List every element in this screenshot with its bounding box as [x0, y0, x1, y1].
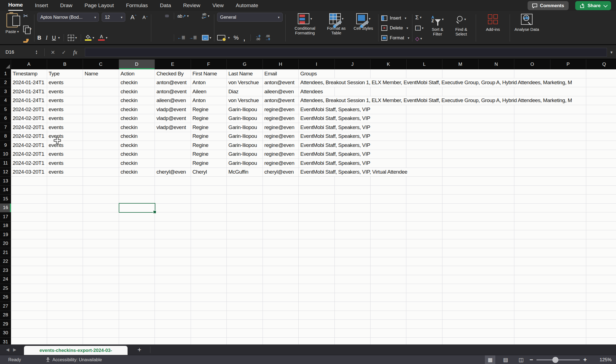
page-layout-view-button[interactable]: ▤ [500, 355, 511, 364]
row-header-11[interactable]: 11 [0, 159, 11, 168]
cell-I23[interactable] [299, 266, 616, 275]
cell-A19[interactable] [11, 230, 47, 239]
cell-B30[interactable] [47, 329, 83, 338]
cell-A27[interactable] [11, 302, 47, 311]
merge-center-button[interactable]: ↔ [202, 35, 209, 40]
cell-G19[interactable] [227, 230, 263, 239]
cell-H13[interactable] [263, 177, 299, 186]
row-header-1[interactable]: 1 [0, 69, 11, 78]
delete-cells-button[interactable]: ✕ Delete ▾ [381, 23, 409, 33]
column-header-E[interactable]: E [155, 59, 191, 69]
cell-C26[interactable] [83, 293, 119, 302]
cell-F12[interactable]: Cheryl [191, 168, 227, 177]
cell-I25[interactable] [299, 284, 616, 293]
cell-H20[interactable] [263, 239, 299, 248]
cell-G27[interactable] [227, 302, 263, 311]
column-header-L[interactable]: L [407, 59, 443, 69]
row-header-15[interactable]: 15 [0, 195, 11, 204]
selected-cell-outline[interactable] [119, 203, 155, 213]
insert-cells-button[interactable]: ← Insert ▾ [381, 13, 409, 23]
cell-D7[interactable]: checkin [119, 123, 155, 132]
menu-formulas[interactable]: Formulas [126, 1, 148, 10]
cell-A21[interactable] [11, 248, 47, 257]
row-header-29[interactable]: 29 [0, 320, 11, 329]
accessibility-status[interactable]: Accessibility: Unavailable [46, 357, 102, 362]
cell-E23[interactable] [155, 266, 191, 275]
cell-B10[interactable]: events [47, 150, 83, 159]
cell-G11[interactable]: Garin-Iliopou [227, 159, 263, 168]
cell-C22[interactable] [83, 257, 119, 266]
column-header-K[interactable]: K [371, 59, 407, 69]
column-header-H[interactable]: H [263, 59, 299, 69]
cell-B19[interactable] [47, 230, 83, 239]
column-header-I[interactable]: I [299, 59, 335, 69]
cell-A2[interactable]: 2024-01-24T1 [11, 78, 47, 87]
cell-B26[interactable] [47, 293, 83, 302]
cell-B4[interactable]: events [47, 96, 83, 105]
cell-G20[interactable] [227, 239, 263, 248]
cell-H6[interactable]: regine@even [263, 114, 299, 123]
confirm-entry-icon[interactable]: ✓ [62, 49, 66, 56]
cell-I29[interactable] [299, 320, 616, 329]
cell-G2[interactable]: von Verschue [227, 78, 263, 87]
cell-B14[interactable] [47, 186, 83, 195]
cell-D19[interactable] [119, 230, 155, 239]
zoom-in-button[interactable]: + [583, 356, 587, 363]
cell-B7[interactable]: events [47, 123, 83, 132]
align-left-button[interactable] [154, 36, 158, 39]
cell-F29[interactable] [191, 320, 227, 329]
column-header-D[interactable]: D [119, 59, 155, 69]
cell-A4[interactable]: 2024-01-24T1 [11, 96, 47, 105]
row-header-18[interactable]: 18 [0, 221, 11, 231]
name-box[interactable]: D16 [0, 50, 35, 55]
cell-H11[interactable]: regine@even [263, 159, 299, 168]
row-header-12[interactable]: 12 [0, 168, 11, 177]
cell-I5[interactable]: EventMobi Staff, Speakers, VIP [299, 105, 616, 114]
cell-D18[interactable] [119, 221, 155, 231]
cell-F9[interactable]: Regine [191, 141, 227, 150]
cell-B21[interactable] [47, 248, 83, 257]
cell-C16[interactable] [83, 204, 119, 213]
cell-C29[interactable] [83, 320, 119, 329]
cell-I24[interactable] [299, 275, 616, 284]
accounting-format-button[interactable] [217, 35, 225, 40]
cell-F2[interactable]: Anton [191, 78, 227, 87]
formula-input[interactable] [85, 48, 607, 57]
row-header-14[interactable]: 14 [0, 186, 11, 195]
cell-E14[interactable] [155, 186, 191, 195]
find-select-button[interactable]: ▾ Find & Select [449, 13, 473, 43]
cell-A5[interactable]: 2024-02-20T1 [11, 105, 47, 114]
cell-C15[interactable] [83, 195, 119, 204]
cell-F22[interactable] [191, 257, 227, 266]
row-header-28[interactable]: 28 [0, 311, 11, 320]
menu-automate[interactable]: Automate [236, 1, 258, 10]
cell-C18[interactable] [83, 221, 119, 231]
cell-A8[interactable]: 2024-02-20T1 [11, 132, 47, 141]
align-bottom-button[interactable] [165, 15, 169, 17]
cell-E27[interactable] [155, 302, 191, 311]
align-middle-button[interactable] [160, 15, 163, 17]
column-header-N[interactable]: N [479, 59, 515, 69]
cell-I13[interactable] [299, 177, 616, 186]
cell-E3[interactable]: anton@event [155, 87, 191, 96]
select-all-corner[interactable] [0, 59, 11, 69]
cell-D25[interactable] [119, 284, 155, 293]
row-header-31[interactable]: 31 [0, 338, 11, 344]
cell-C5[interactable] [83, 105, 119, 114]
cell-C1[interactable]: Name [83, 69, 119, 78]
cell-I3[interactable]: Attendees [299, 87, 616, 96]
cell-I10[interactable]: EventMobi Staff, Speakers, VIP [299, 150, 616, 159]
cell-D24[interactable] [119, 275, 155, 284]
menu-view[interactable]: View [212, 1, 224, 10]
cell-F24[interactable] [191, 275, 227, 284]
row-header-9[interactable]: 9 [0, 141, 11, 150]
copy-icon[interactable] [23, 26, 29, 32]
menu-home[interactable]: Home [8, 0, 23, 11]
cell-I18[interactable] [299, 221, 616, 231]
cell-F1[interactable]: First Name [191, 69, 227, 78]
cell-G6[interactable]: Garin-Iliopou [227, 114, 263, 123]
cell-I28[interactable] [299, 311, 616, 320]
cell-H3[interactable]: aileen@even [263, 87, 299, 96]
cell-G3[interactable]: Diaz [227, 87, 263, 96]
cell-B1[interactable]: Type [47, 69, 83, 78]
